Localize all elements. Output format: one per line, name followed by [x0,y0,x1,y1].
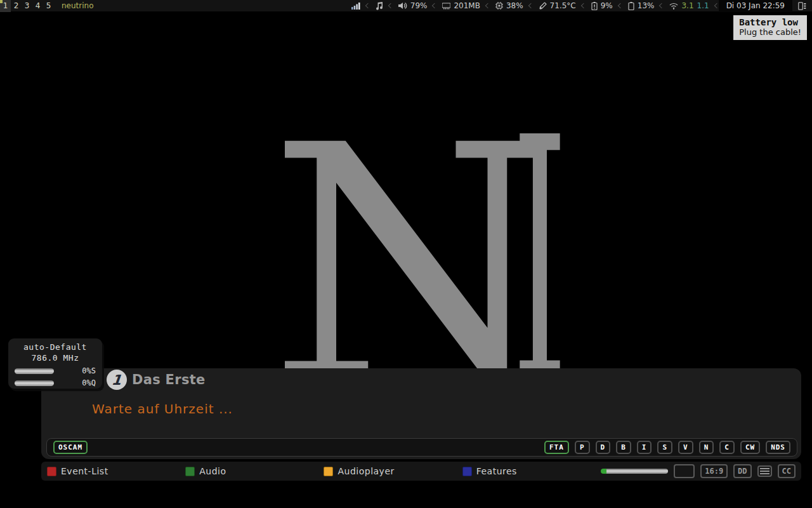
yellow-button-icon [324,467,333,476]
signal-quality-bar [15,380,54,386]
neutrino-logo-icon: N I [269,133,567,384]
tuner-frequency: 786.0 MHz [15,352,96,363]
workspace-button-5[interactable]: 5 [43,0,54,12]
workspace-button-3[interactable]: 3 [22,0,32,12]
flag-badges: FTA P D B I S V N C CW NDS [544,441,790,454]
volume-module: 79% [393,0,433,12]
yellow-button-label: Audioplayer [337,466,394,476]
speaker-icon [398,2,407,10]
workspace-button-2[interactable]: 2 [11,0,22,12]
volume-value: 79% [410,1,428,10]
window-title: neutrino [62,1,94,10]
green-button-audio[interactable]: Audio [185,466,324,476]
notification-message: Plug the cable! [739,27,801,37]
battery-alert-module: 9% [586,0,619,12]
audio-tracks-icon [757,465,772,477]
progress-fill [601,469,607,474]
memory-icon [442,3,450,10]
signal-bars-icon [351,2,360,10]
tuner-signal-box: auto-Default 786.0 MHz 0%S 0%Q [8,338,102,389]
battery-module: 13% [622,0,660,12]
resolution-badge [674,464,695,478]
quality-row: 0%Q [15,378,96,387]
temperature-value: 71.5°C [550,1,576,10]
signal-row: 0%S [15,366,96,375]
green-button-icon [185,467,195,476]
channel-logo-digit: 1 [111,372,122,388]
signal-strength-label: 0%S [82,366,96,375]
green-button-label: Audio [199,466,226,476]
function-button-bar: Event-List Audio Audioplayer Features 16… [41,462,801,481]
status-message: Warte auf Uhrzeit ... [92,401,233,417]
status-modules: 79% 201MB 38% 71.5°C [346,0,812,12]
logo-letter-i: I [512,133,567,384]
battery-value: 13% [638,1,655,10]
battery-icon [628,2,634,10]
tray-icon [798,2,806,10]
workspace-button-4[interactable]: 4 [32,0,43,12]
dolby-badge: DD [733,464,751,478]
workspace-label: 4 [36,1,41,10]
flag-fta: FTA [544,441,569,454]
flag-nds: NDS [766,441,790,454]
workspace-label: 5 [46,1,51,10]
music-note-icon [376,2,383,10]
flag-s: S [657,441,672,454]
progress-track [606,469,667,474]
emu-badge: OSCAM [53,441,88,454]
flag-p: P [575,441,590,454]
net-rx-value: 3.1 [681,1,693,10]
battery-alert-icon [591,2,598,10]
flag-cw: CW [740,441,760,454]
battery-notification[interactable]: Battery low Plug the cable! [732,14,808,41]
neutrino-logo-watermark: N I [269,133,567,387]
memory-value: 201MB [454,1,480,10]
thermometer-icon [539,2,547,10]
network-module: 3.1 1.1 [664,0,714,12]
top-status-bar: 1 2 3 4 5 neutrino 79% [0,0,812,12]
aspect-ratio-badge: 16:9 [700,464,728,478]
flag-v: V [678,441,693,454]
ca-status-row: OSCAM FTA P D B I S V N C CW NDS [46,438,797,457]
workspace-label: 2 [14,1,19,10]
blue-button-features[interactable]: Features [462,466,601,476]
channel-header: 1 Das Erste [107,370,206,390]
clock-module: Di 03 Jan 22:59 [719,0,792,12]
logo-letter-n: N [269,133,553,384]
signal-strength-bar [15,368,54,374]
cpu-icon [495,2,503,10]
red-button-icon [47,467,56,476]
workspace-label: 1 [3,1,8,10]
channel-logo-icon: 1 [107,370,127,390]
subtitles-badge: CC [778,464,796,478]
flag-c: C [719,441,735,454]
channel-name: Das Erste [132,372,206,387]
red-button-event-list[interactable]: Event-List [47,466,185,476]
tuner-profile: auto-Default [15,342,96,352]
workspace-button-1[interactable]: 1 [0,0,11,12]
workspace-label: 3 [25,1,30,10]
channel-infobar: 1 Das Erste Warte auf Uhrzeit ... OSCAM … [41,368,801,459]
signal-quality-label: 0%Q [82,378,96,387]
tray-toggle[interactable] [792,0,812,12]
mute-progress-bar [601,469,668,474]
blue-button-icon [462,467,472,476]
flag-i: I [637,441,652,454]
red-button-label: Event-List [61,466,108,476]
music-module [370,0,389,12]
temperature-module: 71.5°C [533,0,582,12]
cpu-value: 38% [506,1,523,10]
flag-n: N [699,441,714,454]
net-tx-value: 1.1 [697,1,709,10]
workspace-active-indicator [0,0,3,3]
wifi-icon [669,3,678,10]
memory-module: 201MB [436,0,486,12]
yellow-button-audioplayer[interactable]: Audioplayer [324,466,462,476]
flag-b: B [616,441,631,454]
notification-title: Battery low [739,17,801,27]
battery-alert-value: 9% [601,1,613,10]
signal-module [346,0,366,12]
clock-value: Di 03 Jan 22:59 [726,1,785,10]
cpu-module: 38% [490,0,529,12]
blue-button-label: Features [476,466,517,476]
